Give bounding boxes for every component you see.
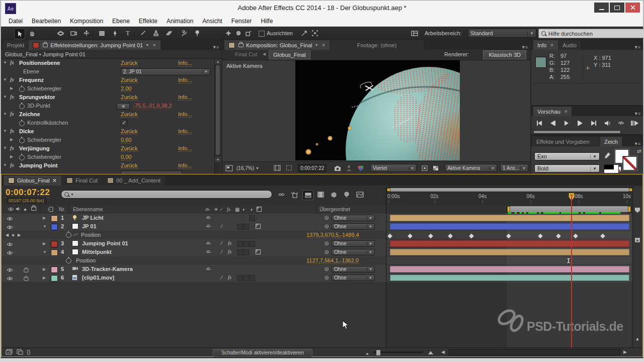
puppet-pin-tool[interactable]: [192, 28, 202, 38]
effect-property-row[interactable]: ▶ Schieberegler 0,00: [1, 153, 221, 161]
comp-button-icon[interactable]: [634, 237, 641, 243]
collapse-icon[interactable]: ▼: [43, 250, 47, 254]
previous-frame-button[interactable]: [547, 118, 559, 128]
stopwatch-icon[interactable]: [66, 258, 71, 263]
expand-icon[interactable]: ▶: [10, 154, 13, 159]
about-link[interactable]: Info...: [178, 60, 192, 66]
preview-slider[interactable]: [533, 130, 621, 134]
play-button[interactable]: [560, 118, 573, 128]
menu-hilfe[interactable]: Hilfe: [256, 18, 277, 25]
scrollbar-thumb[interactable]: [216, 65, 220, 155]
av-switch[interactable]: -¤-: [206, 240, 210, 246]
pen-tool[interactable]: [110, 28, 120, 38]
navigator-handle-right[interactable]: [629, 188, 632, 192]
stroke-color-swatch[interactable]: [623, 156, 637, 170]
checkbox-checked[interactable]: ✓: [121, 120, 127, 126]
expand-layer-switches-icon[interactable]: [6, 349, 13, 356]
eye-icon[interactable]: [7, 267, 13, 273]
menu-effekte[interactable]: Effekte: [134, 18, 162, 25]
about-link[interactable]: Info...: [178, 128, 192, 135]
keyframe-diamond[interactable]: [555, 233, 561, 239]
panel-menu-icon[interactable]: ▼≡: [518, 45, 530, 50]
scroll-right-icon[interactable]: ▶: [623, 349, 627, 354]
tab-projekt[interactable]: Projekt: [3, 40, 28, 50]
layer-name[interactable]: 3D-Tracker-Kamera: [82, 266, 133, 272]
last-frame-button[interactable]: [588, 118, 600, 128]
property-row-position[interactable]: ◀ ◆ ▶ Position 1379,3,670,5,-1489,4: [2, 231, 386, 240]
prev-keyframe-icon[interactable]: ◀: [6, 233, 9, 237]
property-value[interactable]: 0,00: [121, 154, 131, 160]
label-swatch[interactable]: [51, 249, 58, 256]
layer-row-6[interactable]: ▶ 6 [clip01.mov] ∕ fx ◎ Ohne▼: [2, 274, 386, 283]
resolution-dropdown[interactable]: Viertel▼: [370, 164, 417, 172]
expand-icon[interactable]: ▶: [43, 241, 46, 246]
resize-cursor-icon[interactable]: [299, 28, 309, 38]
tab-vorschau[interactable]: Vorschau✕: [533, 107, 572, 116]
graph-editor-icon[interactable]: [355, 190, 365, 199]
eyedropper-icon[interactable]: [604, 152, 611, 161]
workspace-icon[interactable]: [410, 28, 420, 38]
close-tab-icon[interactable]: ✕: [152, 43, 156, 48]
effect-header-row[interactable]: ▼fx Frequenz Zurück Info...: [1, 76, 221, 84]
close-tab-icon[interactable]: ✕: [52, 177, 57, 184]
timeline-search-input[interactable]: ▼: [61, 190, 272, 199]
layer-bar[interactable]: [390, 275, 629, 281]
layer-bar[interactable]: [390, 215, 629, 221]
frame-blending-icon[interactable]: [315, 190, 326, 199]
property-value[interactable]: 2,00: [121, 85, 131, 92]
composition-viewport[interactable]: [295, 60, 460, 160]
property-value[interactable]: 1379,3,670,5,-1489,4: [306, 232, 359, 238]
draft-3d-icon[interactable]: [289, 190, 299, 199]
lock-icon[interactable]: [23, 268, 29, 274]
active-camera-dropdown[interactable]: Aktive Kamera▼: [445, 164, 497, 172]
switch-box[interactable]: [249, 275, 255, 281]
eye-icon[interactable]: [7, 224, 13, 230]
comp-flowchart-icon[interactable]: [276, 190, 286, 199]
keyframe-diamond[interactable]: [447, 233, 454, 239]
scroll-left-icon[interactable]: ◀: [441, 349, 445, 354]
reset-link[interactable]: Zurück: [121, 111, 138, 118]
parent-dropdown[interactable]: Ohne▼: [332, 223, 375, 230]
region-of-interest-icon[interactable]: [286, 164, 292, 172]
collapse-icon[interactable]: ▼: [43, 224, 47, 229]
effect-property-row[interactable]: ▶ Schieberegler 2,00: [1, 84, 221, 93]
av-switch[interactable]: -¤-: [206, 215, 210, 220]
selection-tool[interactable]: [14, 28, 25, 39]
expand-icon[interactable]: ▶: [10, 86, 13, 90]
tab-info[interactable]: Info✕: [533, 40, 558, 50]
stopwatch-icon[interactable]: [19, 86, 25, 92]
av-switch[interactable]: -¤-: [206, 266, 210, 272]
property-name[interactable]: Position: [81, 232, 101, 238]
maximize-button[interactable]: [610, 3, 624, 13]
panel-menu-icon[interactable]: ▼≡: [631, 45, 643, 50]
expand-icon[interactable]: ▶: [10, 137, 13, 142]
keyframe-diamond[interactable]: [537, 233, 544, 239]
expand-inout-icon[interactable]: {}: [27, 349, 30, 355]
effect-property-row[interactable]: ▶ Schieberegler 0,60: [1, 136, 221, 144]
tab-composition[interactable]: Komposition: Globus_Final ▼ ✕: [224, 40, 330, 50]
collapse-icon[interactable]: ▼: [3, 95, 7, 99]
tab-footage[interactable]: Footage: (ohne): [330, 40, 424, 50]
av-switch[interactable]: -¤-: [206, 249, 210, 254]
scroll-up-icon[interactable]: ▲: [634, 335, 641, 342]
property-value[interactable]: 0,60: [121, 137, 131, 143]
layer-row-5[interactable]: ▶ 5 3D-Tracker-Kamera -¤- ◎ Ohne▼: [2, 265, 386, 274]
first-frame-button[interactable]: [533, 118, 545, 128]
text-tool[interactable]: T: [123, 28, 133, 38]
horizontal-scrollbar[interactable]: [448, 349, 620, 355]
effect-property-row[interactable]: 3D-Punkt ⊕ -75,5,-31,9,38,2: [1, 102, 221, 110]
menu-ansicht[interactable]: Ansicht: [198, 18, 226, 25]
next-frame-button[interactable]: [574, 118, 586, 128]
shy-layers-icon[interactable]: [302, 190, 313, 200]
pickwhip-icon[interactable]: ◎: [325, 249, 329, 254]
layer-row-4[interactable]: ▼ 4 Mittelpunkt -¤- ∕ fx ◎ Ohne▼: [2, 248, 386, 257]
3d-switch[interactable]: [256, 249, 261, 254]
stopwatch-icon[interactable]: [19, 121, 25, 126]
eye-icon[interactable]: [7, 250, 13, 256]
effect-header-row[interactable]: ▼fx Zeichne Zurück Info...: [1, 110, 221, 119]
menu-fenster[interactable]: Fenster: [227, 18, 257, 25]
label-swatch[interactable]: [51, 224, 58, 230]
breadcrumb-prev[interactable]: Final Cut: [235, 51, 257, 57]
menu-datei[interactable]: Datei: [4, 18, 27, 25]
switch-box[interactable]: [237, 249, 243, 255]
